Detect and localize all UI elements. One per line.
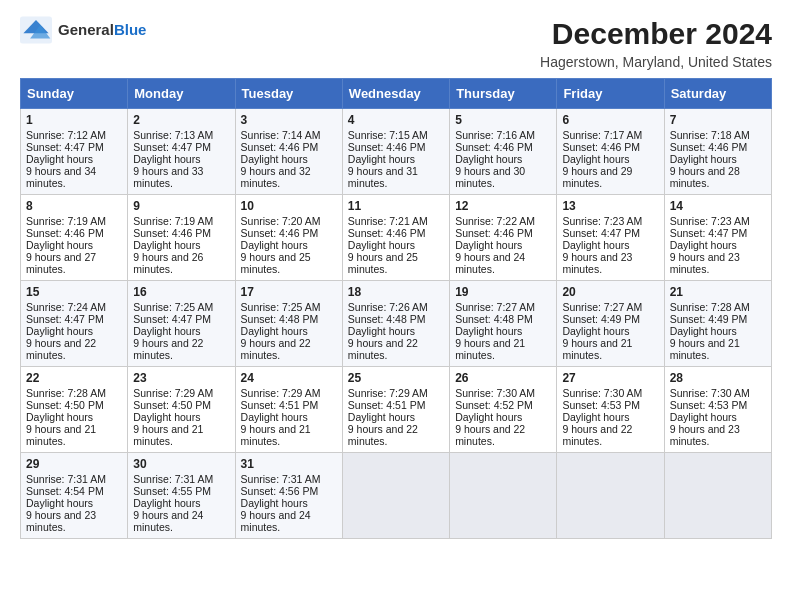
table-row: 31 Sunrise: 7:31 AM Sunset: 4:56 PM Dayl… [235,453,342,539]
day-number: 15 [26,285,122,299]
daylight-label: Daylight hours [133,325,200,337]
daylight-label: Daylight hours [562,239,629,251]
daylight-label: Daylight hours [670,411,737,423]
daylight-value: 9 hours and 22 minutes. [348,423,418,447]
logo: GeneralBlue [20,16,146,44]
sunset-label: Sunset: 4:48 PM [455,313,533,325]
daylight-label: Daylight hours [348,325,415,337]
day-number: 6 [562,113,658,127]
day-number: 3 [241,113,337,127]
sunrise-label: Sunrise: 7:30 AM [455,387,535,399]
daylight-label: Daylight hours [26,153,93,165]
daylight-value: 9 hours and 24 minutes. [133,509,203,533]
daylight-value: 9 hours and 25 minutes. [348,251,418,275]
table-row: 30 Sunrise: 7:31 AM Sunset: 4:55 PM Dayl… [128,453,235,539]
sunrise-label: Sunrise: 7:25 AM [241,301,321,313]
daylight-value: 9 hours and 28 minutes. [670,165,740,189]
daylight-label: Daylight hours [26,325,93,337]
day-number: 29 [26,457,122,471]
calendar-week-row: 29 Sunrise: 7:31 AM Sunset: 4:54 PM Dayl… [21,453,772,539]
daylight-value: 9 hours and 21 minutes. [562,337,632,361]
calendar-week-row: 22 Sunrise: 7:28 AM Sunset: 4:50 PM Dayl… [21,367,772,453]
sunrise-label: Sunrise: 7:28 AM [26,387,106,399]
daylight-value: 9 hours and 32 minutes. [241,165,311,189]
day-number: 20 [562,285,658,299]
table-row: 20 Sunrise: 7:27 AM Sunset: 4:49 PM Dayl… [557,281,664,367]
daylight-label: Daylight hours [670,325,737,337]
table-row: 9 Sunrise: 7:19 AM Sunset: 4:46 PM Dayli… [128,195,235,281]
daylight-value: 9 hours and 22 minutes. [455,423,525,447]
day-number: 14 [670,199,766,213]
daylight-label: Daylight hours [241,239,308,251]
daylight-label: Daylight hours [348,411,415,423]
table-row: 22 Sunrise: 7:28 AM Sunset: 4:50 PM Dayl… [21,367,128,453]
daylight-label: Daylight hours [670,239,737,251]
daylight-label: Daylight hours [562,325,629,337]
sunset-label: Sunset: 4:54 PM [26,485,104,497]
day-number: 7 [670,113,766,127]
daylight-label: Daylight hours [133,239,200,251]
day-number: 10 [241,199,337,213]
daylight-value: 9 hours and 24 minutes. [241,509,311,533]
daylight-value: 9 hours and 23 minutes. [562,251,632,275]
day-number: 12 [455,199,551,213]
sunrise-label: Sunrise: 7:31 AM [26,473,106,485]
daylight-label: Daylight hours [455,411,522,423]
col-monday: Monday [128,79,235,109]
sunset-label: Sunset: 4:46 PM [241,141,319,153]
daylight-value: 9 hours and 22 minutes. [133,337,203,361]
day-number: 22 [26,371,122,385]
table-row: 23 Sunrise: 7:29 AM Sunset: 4:50 PM Dayl… [128,367,235,453]
daylight-value: 9 hours and 21 minutes. [26,423,96,447]
daylight-value: 9 hours and 22 minutes. [562,423,632,447]
table-row: 18 Sunrise: 7:26 AM Sunset: 4:48 PM Dayl… [342,281,449,367]
logo-text: GeneralBlue [58,22,146,39]
sunrise-label: Sunrise: 7:29 AM [241,387,321,399]
day-number: 25 [348,371,444,385]
table-row: 14 Sunrise: 7:23 AM Sunset: 4:47 PM Dayl… [664,195,771,281]
sunset-label: Sunset: 4:46 PM [348,141,426,153]
daylight-label: Daylight hours [455,153,522,165]
sunset-label: Sunset: 4:48 PM [241,313,319,325]
sunrise-label: Sunrise: 7:18 AM [670,129,750,141]
sunset-label: Sunset: 4:56 PM [241,485,319,497]
daylight-label: Daylight hours [562,153,629,165]
sunrise-label: Sunrise: 7:26 AM [348,301,428,313]
daylight-label: Daylight hours [348,153,415,165]
sunrise-label: Sunrise: 7:24 AM [26,301,106,313]
sunset-label: Sunset: 4:50 PM [26,399,104,411]
daylight-label: Daylight hours [241,153,308,165]
daylight-label: Daylight hours [241,497,308,509]
day-number: 21 [670,285,766,299]
day-number: 11 [348,199,444,213]
sunset-label: Sunset: 4:46 PM [455,227,533,239]
calendar-week-row: 1 Sunrise: 7:12 AM Sunset: 4:47 PM Dayli… [21,109,772,195]
daylight-value: 9 hours and 34 minutes. [26,165,96,189]
table-row: 19 Sunrise: 7:27 AM Sunset: 4:48 PM Dayl… [450,281,557,367]
daylight-value: 9 hours and 25 minutes. [241,251,311,275]
table-row: 24 Sunrise: 7:29 AM Sunset: 4:51 PM Dayl… [235,367,342,453]
table-row: 29 Sunrise: 7:31 AM Sunset: 4:54 PM Dayl… [21,453,128,539]
daylight-label: Daylight hours [562,411,629,423]
page: GeneralBlue December 2024 Hagerstown, Ma… [0,0,792,612]
table-row: 28 Sunrise: 7:30 AM Sunset: 4:53 PM Dayl… [664,367,771,453]
calendar-header-row: Sunday Monday Tuesday Wednesday Thursday… [21,79,772,109]
sunset-label: Sunset: 4:51 PM [348,399,426,411]
daylight-label: Daylight hours [26,239,93,251]
day-number: 2 [133,113,229,127]
sunrise-label: Sunrise: 7:27 AM [562,301,642,313]
sunset-label: Sunset: 4:46 PM [133,227,211,239]
sunset-label: Sunset: 4:46 PM [348,227,426,239]
daylight-label: Daylight hours [455,325,522,337]
table-row: 12 Sunrise: 7:22 AM Sunset: 4:46 PM Dayl… [450,195,557,281]
table-row: 15 Sunrise: 7:24 AM Sunset: 4:47 PM Dayl… [21,281,128,367]
table-row: 1 Sunrise: 7:12 AM Sunset: 4:47 PM Dayli… [21,109,128,195]
logo-blue: Blue [114,22,147,39]
table-row: 5 Sunrise: 7:16 AM Sunset: 4:46 PM Dayli… [450,109,557,195]
sunrise-label: Sunrise: 7:31 AM [241,473,321,485]
table-row [342,453,449,539]
sunset-label: Sunset: 4:47 PM [26,313,104,325]
day-number: 8 [26,199,122,213]
day-number: 4 [348,113,444,127]
sunset-label: Sunset: 4:46 PM [26,227,104,239]
